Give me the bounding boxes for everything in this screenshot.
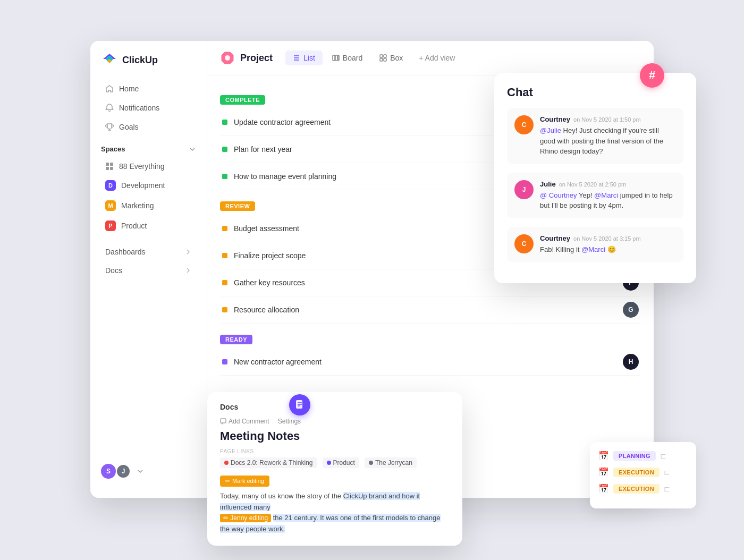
chat-avatar-courtney2: C: [514, 234, 534, 253]
chat-text: @ Courtney Yep! @Marci jumped in to help…: [540, 190, 676, 211]
tag-planning[interactable]: PLANNING: [613, 451, 656, 461]
task-assignee-avatar: G: [623, 302, 639, 318]
docs-body-text: Today, many of us know the story of the …: [220, 491, 450, 535]
mention: @Marci: [581, 245, 605, 253]
section-label-complete: COMPLETE: [220, 95, 265, 105]
home-label: Home: [119, 84, 139, 93]
page-link[interactable]: Docs 2.0: Rework & Thinking: [220, 457, 317, 468]
app-name: ClickUp: [122, 55, 158, 66]
marketing-space-icon: M: [105, 200, 116, 211]
chat-time: on Nov 5 2020 at 1:50 pm: [573, 116, 641, 123]
add-view-label: + Add view: [419, 54, 455, 62]
calendar-icon: 📅: [598, 467, 609, 477]
svg-rect-18: [380, 58, 383, 61]
add-view-button[interactable]: + Add view: [412, 50, 461, 65]
project-title-area: Project: [220, 50, 273, 65]
svg-rect-4: [110, 163, 113, 166]
chat-meta: Julie on Nov 5 2020 at 2:50 pm: [540, 180, 676, 188]
spaces-section-header: Spaces: [90, 137, 207, 157]
task-row[interactable]: Resource allocation G: [220, 296, 641, 324]
section-ready: READY New contractor agreement H: [220, 334, 641, 376]
mention: @Julie: [540, 126, 561, 134]
chevron-down-icon-bottom[interactable]: [137, 468, 143, 474]
page-links-label: PAGE LINKS: [220, 448, 450, 454]
section-label-review: REVIEW: [220, 201, 255, 211]
product-label: Product: [121, 222, 147, 230]
chat-time: on Nov 5 2020 at 3:15 pm: [573, 235, 641, 242]
sidebar-item-goals[interactable]: Goals: [95, 118, 202, 136]
tab-box[interactable]: Box: [372, 50, 410, 65]
sidebar-bottom: S J: [90, 455, 207, 487]
document-icon: [294, 400, 305, 410]
docs-panel: Docs Add Comment Settings Meeting Notes …: [207, 392, 462, 546]
comment-icon: [220, 418, 226, 425]
task-status-dot: [222, 147, 227, 152]
docs-panel-header: Docs: [220, 403, 450, 411]
clickup-logo-icon: [101, 52, 118, 69]
spaces-label: Spaces: [101, 145, 125, 153]
chat-text: Fab! Killing it @Marci 😊: [540, 244, 676, 255]
chat-hash-badge: #: [640, 63, 664, 88]
page-link-dot: [224, 461, 229, 465]
add-comment-link[interactable]: Add Comment: [220, 418, 269, 425]
tag-row: 📅 PLANNING ⊏: [598, 451, 688, 461]
sidebar-item-development[interactable]: D Development: [95, 176, 202, 195]
chat-meta: Courtney on Nov 5 2020 at 3:15 pm: [540, 234, 676, 242]
goals-label: Goals: [119, 123, 139, 131]
tab-board[interactable]: Board: [325, 50, 370, 65]
sidebar-item-everything[interactable]: 88 Everything: [95, 158, 202, 175]
chevron-down-icon[interactable]: [189, 146, 196, 153]
chevron-right-icon: [184, 248, 192, 256]
bell-icon: [105, 104, 114, 112]
tab-board-label: Board: [343, 54, 362, 62]
sidebar-item-notifications[interactable]: Notifications: [95, 99, 202, 117]
sidebar-item-marketing[interactable]: M Marketing: [95, 196, 202, 215]
chat-message: C Courtney on Nov 5 2020 at 3:15 pm Fab!…: [507, 227, 683, 262]
svg-rect-19: [384, 58, 386, 61]
everything-label: 88 Everything: [119, 162, 165, 171]
task-name: New contractor agreement: [234, 358, 623, 366]
task-status-dot: [222, 359, 227, 364]
grid-icon: [105, 162, 114, 171]
sidebar: ClickUp Home Notifications: [90, 41, 207, 498]
sidebar-item-docs[interactable]: Docs: [95, 261, 202, 279]
tags-panel: 📅 PLANNING ⊏ 📅 EXECUTION ⊏ 📅 EXECUTION ⊏: [590, 442, 696, 508]
board-view-icon: [332, 54, 340, 62]
docs-section-title: Docs: [220, 403, 238, 411]
svg-rect-16: [380, 55, 383, 57]
page-links: Docs 2.0: Rework & Thinking Product The …: [220, 457, 450, 468]
task-status-dot: [222, 174, 227, 179]
task-row[interactable]: New contractor agreement H: [220, 349, 641, 376]
page-link[interactable]: The Jerrycan: [365, 457, 417, 468]
calendar-icon: 📅: [598, 483, 609, 494]
notifications-label: Notifications: [119, 104, 159, 112]
marketing-label: Marketing: [121, 201, 154, 210]
chat-panel: # Chat C Courtney on Nov 5 2020 at 1:50 …: [494, 73, 696, 283]
chat-content-3: Courtney on Nov 5 2020 at 3:15 pm Fab! K…: [540, 234, 676, 255]
logo-area: ClickUp: [90, 52, 207, 79]
task-status-dot: [222, 307, 227, 312]
comment-icon: ⊏: [664, 468, 670, 477]
mark-editing-button[interactable]: ✏ Mark editing: [220, 476, 269, 487]
chat-author: Julie: [540, 180, 556, 188]
page-link-dot: [327, 461, 331, 465]
docs-heading: Meeting Notes: [220, 429, 450, 443]
tab-list[interactable]: List: [285, 50, 323, 65]
sidebar-item-dashboards[interactable]: Dashboards: [95, 243, 202, 261]
tag-execution-1[interactable]: EXECUTION: [613, 468, 660, 477]
view-tabs: List Board Box +: [285, 50, 461, 65]
svg-point-9: [225, 55, 230, 61]
page-link[interactable]: Product: [323, 457, 359, 468]
svg-rect-5: [106, 167, 109, 170]
settings-link[interactable]: Settings: [278, 418, 301, 425]
page-link-dot: [369, 461, 373, 465]
tag-execution-2[interactable]: EXECUTION: [613, 484, 660, 494]
svg-rect-3: [106, 163, 109, 166]
calendar-icon: 📅: [598, 451, 609, 461]
task-status-dot: [222, 120, 227, 125]
task-status-dot: [222, 280, 227, 285]
svg-rect-24: [221, 419, 226, 423]
docs-panel-inner: Docs Add Comment Settings Meeting Notes …: [220, 403, 450, 535]
sidebar-item-home[interactable]: Home: [95, 80, 202, 98]
sidebar-item-product[interactable]: P Product: [95, 216, 202, 235]
